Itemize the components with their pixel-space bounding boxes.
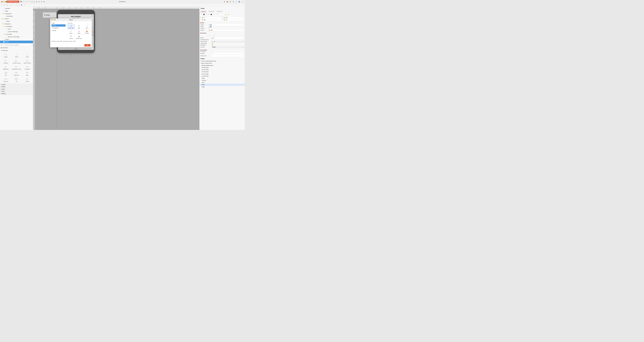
outline-icon-label-5[interactable]: Icon and Label	[200, 75, 245, 77]
hflip-checkbox[interactable]	[213, 43, 214, 44]
section-chart[interactable]: ▶ Chart	[0, 90, 33, 93]
tree-item-leave-message[interactable]: 📄 Leave A Message	[0, 30, 33, 33]
component-gif[interactable]: Gif	[11, 77, 22, 83]
shape-pentagon[interactable]: ⬠	[208, 34, 210, 36]
y-input[interactable]	[204, 19, 222, 21]
align-right[interactable]: ➡	[213, 13, 215, 16]
w-input[interactable]	[226, 17, 244, 19]
shape-triangle[interactable]: △	[210, 34, 212, 36]
line-icon[interactable]: ╱	[15, 4, 18, 6]
align-left[interactable]: ⬅	[208, 13, 210, 16]
rect-icon[interactable]: ▭	[10, 4, 12, 6]
command-resize[interactable]: ⤢ Resize	[67, 30, 75, 34]
component-hrule[interactable]: H.Rule	[11, 52, 22, 58]
command-set-text-color[interactable]: A Set Text Color	[75, 35, 83, 40]
shape-circle[interactable]: ○	[203, 34, 205, 36]
trigger-onclick[interactable]: OnClick	[52, 24, 66, 26]
tree-item-assistance[interactable]: ▼ 📁 Assistance	[0, 23, 33, 25]
command-move[interactable]: ✈ Move	[75, 24, 83, 29]
markup-checkbox[interactable]	[212, 51, 213, 52]
copy-icon[interactable]: 📋	[30, 1, 33, 3]
pen-icon[interactable]: ✒	[6, 4, 8, 6]
tree-item-change-city[interactable]: ▼ 📁 Change City	[0, 12, 33, 15]
ok-button[interactable]: OK	[84, 44, 91, 46]
group-icon[interactable]: ⊞	[227, 13, 230, 16]
section-layout[interactable]: ▶ Layout	[0, 83, 33, 86]
zoom-out-icon[interactable]: ⊗	[40, 1, 43, 3]
help-icon[interactable]: ?	[235, 1, 238, 3]
search-toggle-icon[interactable]: 🔍	[5, 44, 6, 46]
radius-input[interactable]	[213, 37, 244, 39]
tree-item-detail[interactable]: 📄 Detail	[0, 10, 33, 12]
tree-item-rome[interactable]: 📄 Rome	[0, 20, 33, 23]
shape-rect[interactable]: ▭	[200, 34, 203, 36]
tree-item-tickets[interactable]: 📄 Tickets	[0, 38, 33, 40]
outline-text-area[interactable]: Text Area	[200, 79, 245, 81]
cut-icon[interactable]: ✂	[28, 1, 30, 3]
align-top[interactable]: ⬆	[200, 13, 203, 16]
send-back[interactable]: ↓	[222, 13, 225, 16]
component-radio-button-group[interactable]: One Two RadioButton Group	[11, 64, 22, 70]
canvas-area[interactable]: -200 -100 100 200 300 400 500 600 700 80…	[33, 7, 200, 130]
visible-checkbox[interactable]	[210, 26, 211, 27]
save-icon[interactable]: 💾	[20, 1, 22, 3]
search-input[interactable]	[9, 44, 31, 46]
tab-interactions[interactable]: Interactions	[207, 10, 216, 13]
image-icon[interactable]: 🖼	[20, 4, 23, 6]
canvas-content[interactable]: 100 200 300 400 500 600 700 800 ⚙ Settin…	[33, 9, 200, 130]
fit-icon[interactable]: ⊞	[36, 1, 38, 3]
outline-image-selected[interactable]: Image	[200, 84, 245, 86]
tab-properties[interactable]: Properties	[200, 10, 207, 13]
outline-icon-label-3[interactable]: Icon and Label	[200, 71, 245, 73]
command-zoom[interactable]: ⤡ Zoom	[83, 24, 90, 29]
pointer-icon[interactable]: ↖	[1, 4, 3, 6]
grid-view-icon[interactable]: ⊟	[7, 44, 9, 46]
component-vrule[interactable]: V.Rule	[22, 52, 32, 58]
search-icon[interactable]: 🔍	[33, 1, 35, 3]
section-mobile[interactable]: ▶ Mobile	[0, 86, 33, 88]
tree-item-profile[interactable]: 📄 Profile •	[0, 40, 33, 43]
rotation-select[interactable]: 0° 90° 180° 270°	[213, 41, 244, 43]
component-combo-box[interactable]: ComboBox	[22, 64, 32, 70]
minimize-button[interactable]	[3, 1, 4, 2]
outline-icon-label-4[interactable]: Icon and Label	[200, 73, 245, 75]
collapse-sidebar[interactable]: ⟩	[31, 44, 32, 46]
emoji-icon[interactable]: ☺	[18, 4, 20, 6]
window-icon[interactable]: ⬜	[241, 1, 243, 3]
component-checkbox-group[interactable]: One Two Checkbox Group	[11, 58, 22, 64]
component-tab-icon[interactable]: ⊞	[0, 44, 2, 46]
section-static[interactable]: ▶ Static	[0, 88, 33, 90]
component-hotspot[interactable]: H Hotspot	[0, 52, 11, 58]
outline-shape-1[interactable]: Shape	[200, 77, 245, 79]
tree-item-amsterdam[interactable]: 📄 Amsterdam	[0, 15, 33, 17]
vflip-checkbox[interactable]	[213, 45, 214, 46]
user-icon[interactable]: 👤	[238, 1, 240, 3]
tree-item-search[interactable]: ▶ 📁 Search	[0, 17, 33, 20]
distribute-v[interactable]: ⇕	[218, 13, 220, 16]
lock-icon[interactable]: 🔒	[225, 13, 227, 16]
cross-icon[interactable]: ✛	[4, 4, 6, 6]
fillmode-select[interactable]: Stretch Fit Fill Center	[212, 46, 244, 48]
tree-item-concierge[interactable]: ▼ 📁 Concierge	[0, 33, 33, 35]
brand-button[interactable]: Mockplus Classic ▾	[6, 1, 19, 3]
autosize-checkbox[interactable]	[208, 28, 210, 29]
outline-sign-in[interactable]: ▶ Sign In (Popup Panel)	[200, 62, 245, 64]
align-center-h[interactable]: ⬛	[210, 13, 212, 16]
favorites-icon[interactable]: ☆	[3, 44, 4, 46]
tree-item-calendar[interactable]: 📄 Calendar	[0, 7, 33, 10]
outline-come-on-board[interactable]: ▶ Come On Board (Popup Panel)	[200, 60, 245, 62]
shape-diamond[interactable]: ◇	[205, 34, 208, 36]
tree-item-become-concierge[interactable]: 📄 Become A Concierge	[0, 35, 33, 38]
distribute-h[interactable]: ⇔	[215, 13, 217, 16]
outline-shape-2[interactable]: Shape	[200, 86, 245, 88]
play-icon[interactable]: ▶	[224, 1, 226, 3]
trigger-onload[interactable]: OnLoad	[52, 29, 66, 31]
outline-label-item[interactable]: Label	[200, 82, 245, 84]
component-radio-button[interactable]: RadioButton	[0, 64, 11, 70]
component-menu[interactable]: Item Item Menu	[22, 71, 32, 77]
close-button[interactable]	[1, 1, 2, 2]
outline-settings[interactable]: ▼ Settings (Sliding Drawer)	[200, 64, 245, 66]
dialog-maximize[interactable]	[54, 19, 55, 20]
command-set-color[interactable]: 🎨 Set Color	[83, 30, 90, 34]
x-input[interactable]	[204, 17, 222, 19]
